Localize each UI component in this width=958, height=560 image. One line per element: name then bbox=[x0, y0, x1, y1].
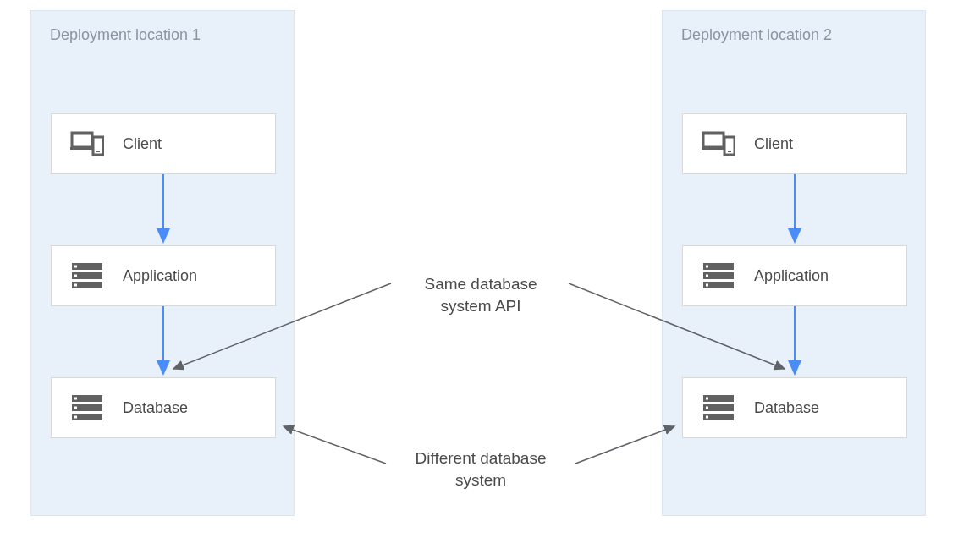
annotation-diff-system: Different database system bbox=[389, 447, 572, 491]
svg-rect-0 bbox=[72, 133, 92, 147]
arrow-diff-system-left bbox=[284, 426, 386, 464]
server-icon bbox=[702, 259, 735, 293]
arrow-diff-system-right bbox=[575, 426, 674, 464]
node-client-2-label: Client bbox=[754, 135, 793, 153]
devices-icon bbox=[70, 127, 104, 161]
svg-rect-7 bbox=[74, 266, 77, 268]
region-2-title: Deployment location 2 bbox=[663, 11, 925, 59]
node-database-1-label: Database bbox=[123, 399, 188, 417]
svg-rect-8 bbox=[74, 275, 77, 277]
database-icon bbox=[70, 391, 104, 425]
svg-rect-13 bbox=[74, 398, 77, 400]
annotation-same-api: Same database system API bbox=[396, 273, 565, 316]
node-client-2: Client bbox=[682, 113, 907, 174]
node-database-1: Database bbox=[51, 377, 276, 438]
svg-rect-15 bbox=[74, 416, 77, 419]
svg-rect-3 bbox=[96, 151, 100, 152]
svg-rect-17 bbox=[702, 147, 725, 150]
svg-rect-1 bbox=[70, 147, 94, 150]
svg-rect-14 bbox=[74, 407, 77, 409]
node-database-2: Database bbox=[682, 377, 907, 438]
node-application-1-label: Application bbox=[123, 267, 197, 285]
region-1-title: Deployment location 1 bbox=[31, 11, 294, 59]
node-client-1: Client bbox=[51, 113, 276, 174]
node-database-2-label: Database bbox=[754, 399, 819, 417]
svg-rect-23 bbox=[706, 266, 708, 268]
svg-rect-31 bbox=[706, 416, 708, 419]
node-client-1-label: Client bbox=[123, 135, 162, 153]
database-icon bbox=[702, 391, 735, 425]
server-icon bbox=[70, 259, 104, 293]
node-application-2: Application bbox=[682, 245, 907, 306]
svg-rect-16 bbox=[703, 133, 724, 147]
devices-icon bbox=[702, 127, 735, 161]
node-application-2-label: Application bbox=[754, 267, 829, 285]
svg-rect-24 bbox=[706, 275, 708, 277]
svg-rect-25 bbox=[706, 284, 708, 287]
svg-rect-9 bbox=[74, 284, 77, 287]
svg-rect-29 bbox=[706, 398, 708, 400]
svg-rect-30 bbox=[706, 407, 708, 409]
svg-rect-19 bbox=[728, 151, 731, 152]
node-application-1: Application bbox=[51, 245, 276, 306]
